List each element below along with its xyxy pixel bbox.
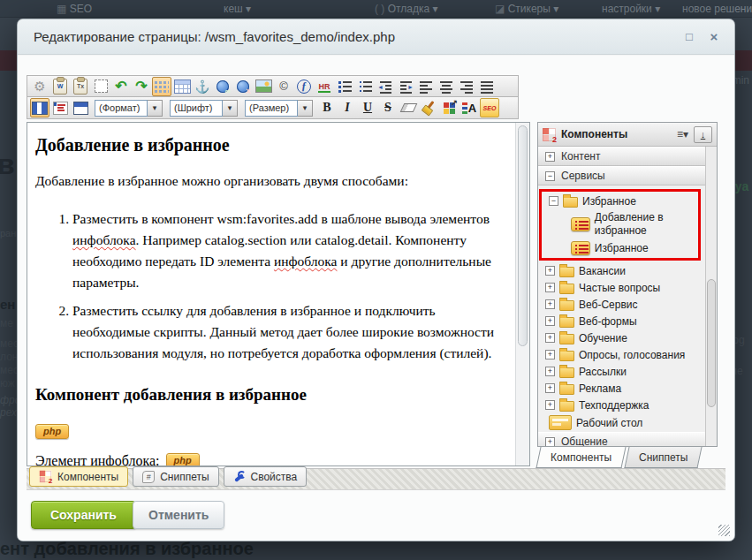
tree-folder[interactable]: Опросы, голосования bbox=[538, 346, 705, 363]
tree-folder[interactable]: Веб-Сервис bbox=[538, 296, 705, 313]
italic-button[interactable]: I bbox=[338, 98, 357, 117]
undo-icon[interactable]: ↶ bbox=[111, 77, 131, 96]
collapse-icon[interactable]: − bbox=[549, 196, 558, 206]
settings-icon[interactable]: ⚙ bbox=[30, 77, 49, 96]
panel-menu-icon[interactable]: ≡▾ bbox=[677, 128, 688, 140]
dropdown-value[interactable]: (Размер) bbox=[245, 100, 298, 117]
paste-text-icon[interactable]: Tx bbox=[73, 79, 87, 95]
insert-link-icon[interactable] bbox=[213, 77, 232, 96]
section-content[interactable]: +Контент bbox=[538, 147, 705, 166]
underline-button[interactable]: U bbox=[358, 98, 377, 117]
strikethrough-button[interactable]: S bbox=[378, 98, 398, 117]
seo-tools-icon[interactable]: SEO bbox=[480, 98, 499, 117]
top-menu-item[interactable]: кеш ▾ bbox=[224, 3, 251, 15]
maximize-icon[interactable]: □ bbox=[681, 29, 697, 45]
panel-tab-components[interactable]: Компоненты bbox=[536, 447, 626, 468]
anchor-icon[interactable]: ⚓ bbox=[193, 77, 212, 96]
insert-image-icon[interactable] bbox=[254, 77, 273, 96]
php-component-badge[interactable]: php bbox=[35, 424, 69, 439]
background-text-fragment: мес bbox=[0, 364, 19, 376]
visual-mode-icon[interactable] bbox=[30, 98, 49, 117]
close-icon[interactable]: × bbox=[706, 29, 722, 45]
redo-icon[interactable]: ↷ bbox=[132, 77, 151, 96]
top-menu-item[interactable]: Стикеры ▾ bbox=[495, 3, 558, 15]
editor-toolbar: ⚙WTx↶↷⚓©ƒHR (Формат)(Шрифт)(Размер) BIUS… bbox=[27, 75, 519, 119]
expand-icon[interactable]: + bbox=[545, 437, 555, 447]
expand-icon[interactable] bbox=[545, 350, 555, 359]
wysiwyg-editor[interactable]: Добавление в избранное Добавление в избр… bbox=[27, 122, 530, 466]
paste-from-word-icon[interactable]: W bbox=[53, 79, 67, 95]
chevron-down-icon[interactable] bbox=[298, 100, 313, 117]
flash-icon[interactable]: ƒ bbox=[294, 77, 314, 96]
dropdown-value[interactable]: (Формат) bbox=[95, 100, 148, 117]
align-center-icon[interactable] bbox=[437, 77, 456, 96]
outdent-icon[interactable] bbox=[376, 77, 395, 96]
bold-button[interactable]: B bbox=[317, 98, 337, 117]
tree-folder[interactable]: Реклама bbox=[538, 380, 705, 397]
select-all-icon[interactable] bbox=[91, 77, 110, 96]
tree-item-desktop[interactable]: Рабочий стол bbox=[538, 413, 705, 432]
php-component-badge[interactable]: php bbox=[166, 453, 200, 466]
editor-ordered-list: Разместить в компонент wsm:favorites.add… bbox=[35, 208, 508, 364]
expand-icon[interactable] bbox=[545, 316, 555, 326]
top-menu-item[interactable]: SEO bbox=[57, 3, 92, 15]
align-right-icon[interactable] bbox=[457, 77, 476, 96]
align-left-icon[interactable] bbox=[416, 77, 436, 96]
expand-icon[interactable] bbox=[545, 367, 555, 376]
show-blocks-icon[interactable] bbox=[152, 77, 171, 96]
save-button[interactable]: Сохранить bbox=[31, 501, 136, 529]
dropdown-value[interactable]: (Шрифт) bbox=[170, 100, 223, 117]
bullet-list-icon[interactable] bbox=[355, 77, 375, 96]
expand-icon[interactable] bbox=[545, 266, 555, 276]
tree-folder[interactable]: Вакансии bbox=[538, 262, 705, 279]
eraser-icon[interactable] bbox=[399, 98, 418, 117]
ordered-list-icon[interactable] bbox=[335, 77, 354, 96]
tree-folder[interactable]: Техподдержка bbox=[538, 397, 705, 413]
indent-icon[interactable] bbox=[396, 77, 415, 96]
panel-scrollbar[interactable] bbox=[705, 147, 717, 446]
panel-tab-snippets[interactable]: Сниппеты bbox=[625, 447, 703, 468]
chevron-down-icon[interactable] bbox=[223, 100, 238, 117]
format-brush-icon[interactable] bbox=[419, 98, 438, 117]
code-mode-icon[interactable] bbox=[50, 98, 70, 117]
tree-folder-favorites[interactable]: −Избранное bbox=[542, 193, 698, 209]
expand-icon[interactable] bbox=[545, 400, 555, 410]
split-mode-icon[interactable] bbox=[71, 98, 90, 117]
tree-folder[interactable]: Веб-формы bbox=[538, 313, 705, 329]
cancel-button[interactable]: Отменить bbox=[133, 501, 224, 529]
tab-properties[interactable]: Свойства bbox=[224, 466, 308, 487]
justify-icon[interactable] bbox=[477, 77, 497, 96]
expand-icon[interactable] bbox=[545, 333, 555, 343]
tree-folder[interactable]: Рассылки bbox=[538, 363, 705, 380]
tree-item-add-to-favorites[interactable]: Добавление в избранное bbox=[542, 209, 698, 239]
top-menu-item[interactable]: новое решение ▾ bbox=[682, 3, 752, 15]
tree-label: Избранное bbox=[582, 195, 636, 208]
expand-icon[interactable] bbox=[545, 383, 555, 393]
chevron-down-icon[interactable] bbox=[148, 100, 163, 117]
expand-icon[interactable] bbox=[545, 283, 555, 292]
editor-scrollbar-thumb[interactable] bbox=[518, 125, 528, 346]
font-color-icon[interactable]: A bbox=[460, 98, 479, 117]
tab-components[interactable]: Компоненты bbox=[29, 466, 128, 487]
tree-item-favorites[interactable]: Избранное bbox=[542, 239, 698, 257]
toolbar-format-buttons: BIUS bbox=[317, 98, 398, 117]
resize-handle[interactable] bbox=[718, 525, 730, 536]
top-menu-item[interactable]: настройки ▾ bbox=[602, 3, 660, 15]
section-communication[interactable]: +Общение bbox=[538, 432, 705, 446]
panel-scrollbar-thumb[interactable] bbox=[707, 279, 716, 407]
color-palette-icon[interactable] bbox=[439, 98, 459, 117]
expand-icon[interactable] bbox=[545, 299, 555, 309]
tree-folder[interactable]: Частые вопросы bbox=[538, 279, 705, 296]
dock-panel-icon[interactable]: ↓ bbox=[694, 126, 712, 143]
tree-folder[interactable]: Обучение bbox=[538, 329, 705, 346]
tab-snippets[interactable]: #Сниппеты bbox=[133, 466, 218, 487]
insert-table-icon[interactable] bbox=[172, 77, 192, 96]
horizontal-rule-icon[interactable]: HR bbox=[315, 77, 334, 96]
expand-icon[interactable]: + bbox=[545, 152, 555, 162]
editor-scrollbar[interactable] bbox=[515, 123, 529, 465]
remove-link-icon[interactable] bbox=[233, 77, 253, 96]
collapse-icon[interactable]: − bbox=[545, 171, 555, 181]
top-menu-item[interactable]: Отладка ▾ bbox=[375, 3, 437, 15]
section-services[interactable]: −Сервисы bbox=[538, 166, 705, 185]
copyright-icon[interactable]: © bbox=[274, 77, 293, 96]
